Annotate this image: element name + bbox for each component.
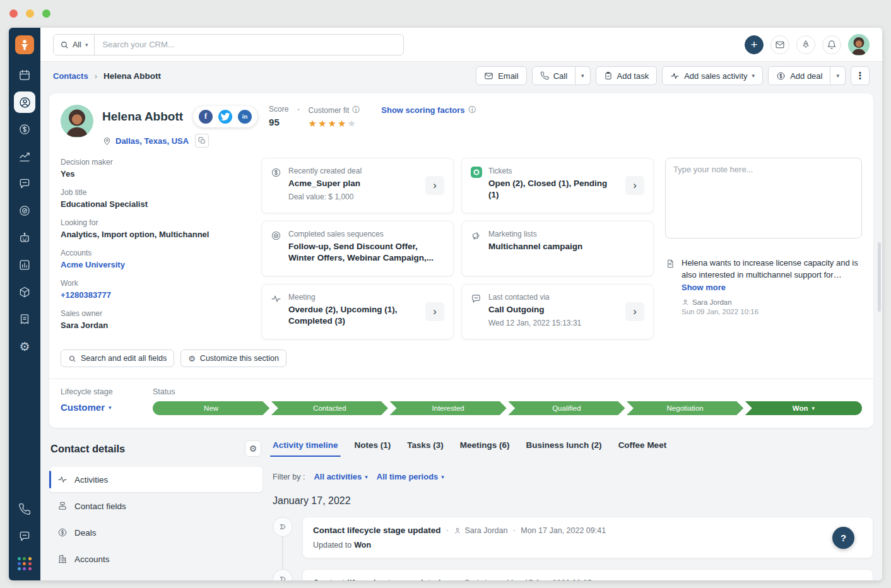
tab-coffee-meet[interactable]: Coffee Meet [618,440,667,457]
envelope-icon [775,40,785,50]
tab-business-lunch[interactable]: Business lunch (2) [526,440,602,457]
sidebar-item-calendar[interactable] [14,64,35,86]
star-icon: ★ [347,119,355,128]
sidebar-item-outreach[interactable] [14,200,35,221]
search-edit-fields-button[interactable]: Search and edit all fields [61,350,174,367]
stage-won-dropdown[interactable]: Won ▾ [745,401,862,415]
facebook-icon[interactable]: f [199,110,213,124]
info-icon: ⓘ [468,105,476,115]
search-input[interactable] [95,40,403,49]
email-button[interactable]: Email [476,66,527,85]
linkedin-icon[interactable]: in [238,110,252,124]
window-controls [9,9,50,18]
show-more-link[interactable]: Show more [682,283,726,292]
details-settings-button[interactable]: ⚙ [245,440,261,457]
sidebar-item-bots[interactable] [14,227,35,249]
show-scoring-factors-link[interactable]: Show scoring factors ⓘ [381,105,476,115]
customer-fit-stars: ★ ★ ★ ★ ★ [309,119,360,128]
details-item-tickets[interactable]: Tickets [49,573,263,580]
dot-separator: • [499,580,501,580]
lifecycle-stage-label: Lifecycle stage [61,387,135,396]
note-text: Helena wants to increase license capacit… [682,257,862,281]
note-input[interactable] [665,158,862,238]
chevron-down-icon: ▾ [836,73,839,79]
stage-contacted[interactable]: Contacted [271,401,388,415]
chevron-down-icon: ▾ [109,404,112,411]
details-item-deals[interactable]: Deals [49,520,263,545]
summary-cards: Recently created deal Acme_Super plan De… [261,158,654,339]
time-period-filter-dropdown[interactable]: All time periods ▾ [377,472,444,481]
sidebar-item-reports[interactable] [14,146,35,167]
whats-new-button[interactable] [796,35,815,54]
call-button[interactable]: Call [532,66,575,85]
details-item-contact-fields[interactable]: Contact fields [49,493,263,519]
app-sidebar: ⚙ [9,28,40,580]
stage-negotiation[interactable]: Negotiation [627,401,743,415]
open-tickets-chevron[interactable]: › [625,176,644,195]
minimize-window-button[interactable] [26,9,34,18]
lower-section: Contact details ⚙ Activities Contact fie… [40,428,882,580]
email-inbox-button[interactable] [770,35,789,54]
contact-location-link[interactable]: Dallas, Texas, USA [115,136,189,146]
add-sales-activity-dropdown[interactable]: Add sales activity ▾ [662,66,763,85]
add-task-button[interactable]: Add task [596,66,658,85]
open-last-contacted-chevron[interactable]: › [625,302,644,321]
details-item-activities[interactable]: Activities [49,467,263,492]
sidebar-item-settings[interactable]: ⚙ [14,336,35,357]
freshsales-logo-icon[interactable] [15,35,34,54]
sidebar-item-chat[interactable] [14,526,35,547]
scrollbar-thumb[interactable] [878,242,881,312]
timeline-entry: Contact lifecycle stage updated • Preksh… [273,569,873,580]
help-button[interactable]: ? [832,527,854,549]
twitter-icon[interactable] [218,110,232,124]
add-deal-button-group: Add deal ▾ [768,66,846,85]
copy-icon[interactable] [195,134,209,148]
tab-meetings[interactable]: Meetings (6) [460,440,510,457]
account-link[interactable]: Acme University [61,260,250,269]
lifecycle-stage-dropdown[interactable]: Customer ▾ [61,402,135,413]
sidebar-item-documents[interactable] [14,309,35,330]
info-icon[interactable]: ⓘ [352,105,360,115]
add-deal-options-dropdown[interactable]: ▾ [830,66,846,85]
tab-activity-timeline[interactable]: Activity timeline [273,440,338,457]
customize-section-button[interactable]: ⚙ Customize this section [180,350,286,367]
work-phone-link[interactable]: +1280383777 [61,290,250,300]
sidebar-item-contacts[interactable] [14,91,35,113]
entry-timestamp: Mon 17 Jan, 2022 09:41 [521,526,606,535]
notifications-button[interactable] [822,35,841,54]
sidebar-item-phone[interactable] [14,498,35,520]
open-meetings-chevron[interactable]: › [425,302,444,321]
sidebar-item-conversations[interactable] [14,173,35,194]
open-deal-chevron[interactable]: › [425,176,444,195]
breadcrumb-contacts-link[interactable]: Contacts [53,71,88,81]
sidebar-item-deals[interactable] [14,119,35,140]
timeline-entry-card[interactable]: Contact lifecycle stage updated • Preksh… [302,569,873,580]
timeline-entry-card[interactable]: Contact lifecycle stage updated • Sara J… [302,517,873,558]
sidebar-item-analytics[interactable] [14,254,35,276]
call-options-dropdown[interactable]: ▾ [575,66,591,85]
close-window-button[interactable] [9,9,18,18]
megaphone-icon [471,230,482,268]
section-toolbar: Search and edit all fields ⚙ Customize t… [49,339,873,379]
social-links: f in [193,106,257,127]
chevron-down-icon: ▾ [752,73,755,79]
star-icon: ★ [318,119,326,128]
user-avatar[interactable] [848,34,870,56]
stage-interested[interactable]: Interested [390,401,507,415]
search-scope-dropdown[interactable]: All ▾ [54,35,95,55]
tab-tasks[interactable]: Tasks (3) [407,440,444,457]
quick-add-button[interactable]: + [745,35,764,54]
timeline-date-header: January 17, 2022 [273,495,873,507]
stage-qualified[interactable]: Qualified [508,401,625,415]
details-item-accounts[interactable]: Accounts [49,546,263,572]
apps-launcher-icon[interactable] [14,553,35,574]
stage-new[interactable]: New [153,401,269,415]
add-deal-button[interactable]: Add deal [768,66,830,85]
plus-icon: + [750,38,757,52]
more-options-button[interactable]: ⋮ [851,66,870,85]
phone-icon [540,71,549,80]
maximize-window-button[interactable] [42,9,50,18]
tab-notes[interactable]: Notes (1) [355,440,391,457]
sidebar-item-products[interactable] [14,281,35,303]
activities-filter-dropdown[interactable]: All activities ▾ [314,472,367,481]
